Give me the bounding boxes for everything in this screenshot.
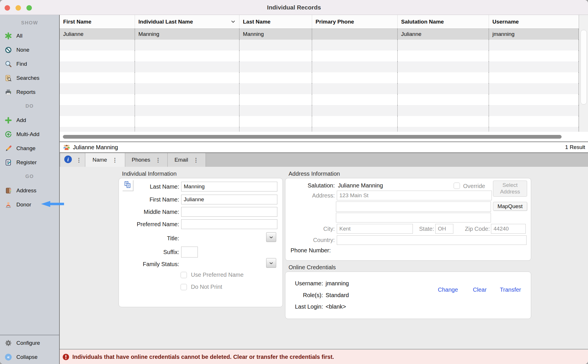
sidebar-item-add[interactable]: Add bbox=[0, 113, 59, 127]
horizontal-scrollbar[interactable] bbox=[60, 132, 588, 142]
column-header-first-name[interactable]: First Name bbox=[60, 15, 135, 28]
tab-label: Phones bbox=[132, 157, 150, 163]
tab-menu-dots-icon[interactable]: ⋮ bbox=[155, 157, 161, 163]
address-line3-field[interactable] bbox=[336, 213, 491, 222]
sidebar-item-address[interactable]: Address bbox=[0, 183, 59, 198]
title-dropdown[interactable] bbox=[266, 232, 276, 242]
sidebar-item-register[interactable]: Register bbox=[0, 155, 59, 169]
sidebar-item-label: Configure bbox=[16, 340, 40, 346]
all-icon bbox=[4, 32, 13, 40]
middle-name-label: Middle Name: bbox=[119, 209, 181, 215]
transfer-credentials-link[interactable]: Transfer bbox=[500, 286, 521, 293]
table-empty-row[interactable] bbox=[60, 127, 579, 132]
last-login-label: Last Login: bbox=[285, 303, 323, 310]
register-icon bbox=[4, 158, 13, 167]
alert-icon bbox=[63, 354, 69, 360]
tab-menu-dots-icon[interactable]: ⋮ bbox=[193, 157, 199, 163]
sidebar-item-reports[interactable]: Reports bbox=[0, 85, 59, 99]
salutation-label: Salutation: bbox=[285, 182, 337, 189]
sidebar-item-label: Add bbox=[16, 117, 26, 123]
sidebar-section-go: GO bbox=[0, 169, 59, 183]
roles-label: Role(s): bbox=[285, 292, 323, 299]
family-status-dropdown[interactable] bbox=[266, 258, 276, 268]
override-checkbox[interactable] bbox=[454, 183, 460, 189]
override-label: Override bbox=[463, 183, 485, 189]
do-not-print-checkbox[interactable] bbox=[181, 284, 187, 290]
sidebar-item-find[interactable]: Find bbox=[0, 57, 59, 71]
table-empty-row[interactable] bbox=[60, 40, 579, 51]
sidebar-item-all[interactable]: All bbox=[0, 29, 59, 43]
table-empty-row[interactable] bbox=[60, 116, 579, 127]
vertical-scrollbar[interactable] bbox=[579, 15, 588, 132]
preferred-name-field[interactable] bbox=[181, 219, 277, 229]
tab-info[interactable]: i ⋮ bbox=[60, 153, 85, 167]
column-header-salutation-name[interactable]: Salutation Name bbox=[398, 15, 489, 28]
configure-icon bbox=[4, 339, 13, 347]
sidebar-item-none[interactable]: None bbox=[0, 43, 59, 57]
table-empty-row[interactable] bbox=[60, 61, 579, 72]
tab-label: Email bbox=[175, 157, 188, 163]
address-line1-field[interactable] bbox=[337, 191, 492, 200]
tab-menu-dots-icon[interactable]: ⋮ bbox=[112, 157, 118, 163]
zip-code-field[interactable] bbox=[491, 224, 526, 234]
do-not-print-row: Do Not Print bbox=[181, 284, 222, 290]
table-empty-row[interactable] bbox=[60, 94, 579, 105]
tab-strip: i ⋮ Name ⋮ Phones ⋮ Email ⋮ bbox=[60, 153, 588, 167]
tab-phones[interactable]: Phones ⋮ bbox=[125, 153, 168, 167]
column-header-primary-phone[interactable]: Primary Phone bbox=[312, 15, 398, 28]
select-address-button[interactable]: Select Address bbox=[493, 181, 527, 197]
table-row-selected[interactable]: Julianne Manning Manning Julianne jmanni… bbox=[60, 29, 579, 40]
country-field[interactable] bbox=[337, 235, 527, 245]
sidebar-item-configure[interactable]: Configure bbox=[0, 336, 59, 350]
tab-menu-dots-icon[interactable]: ⋮ bbox=[76, 157, 82, 163]
tab-email[interactable]: Email ⋮ bbox=[168, 153, 206, 167]
sort-chevron-down-icon[interactable] bbox=[231, 20, 235, 23]
alert-bar: Individuals that have online credentials… bbox=[60, 350, 588, 364]
sidebar-item-change[interactable]: Change bbox=[0, 141, 59, 155]
table-header: First Name Individual Last Name Last Nam… bbox=[60, 15, 579, 29]
sidebar-item-label: Find bbox=[16, 61, 27, 67]
address-information-title: Address Information bbox=[289, 171, 340, 177]
table-empty-row[interactable] bbox=[60, 72, 579, 83]
table-empty-row[interactable] bbox=[60, 83, 579, 94]
first-name-field[interactable] bbox=[181, 195, 277, 204]
column-header-last-name[interactable]: Last Name bbox=[239, 15, 312, 28]
address-information-panel: Salutation: Julianne Manning Override Se… bbox=[285, 178, 531, 261]
use-preferred-name-checkbox[interactable] bbox=[181, 272, 187, 278]
sidebar-item-label: All bbox=[16, 33, 22, 39]
family-status-label: Family Status: bbox=[119, 261, 181, 268]
column-header-individual-last-name[interactable]: Individual Last Name bbox=[135, 15, 239, 28]
city-field[interactable] bbox=[337, 224, 413, 234]
sidebar-section-show: SHOW bbox=[0, 17, 59, 29]
last-name-field[interactable] bbox=[181, 182, 277, 191]
change-credentials-link[interactable]: Change bbox=[438, 286, 458, 293]
add-icon bbox=[4, 116, 13, 125]
last-name-label: Last Name: bbox=[119, 183, 181, 190]
roles-value: Standard bbox=[326, 292, 349, 299]
state-field[interactable] bbox=[435, 224, 453, 234]
main-area: First Name Individual Last Name Last Nam… bbox=[60, 15, 588, 364]
state-label: State: bbox=[413, 226, 434, 232]
suffix-field[interactable] bbox=[181, 247, 198, 257]
horizontal-scrollbar-thumb[interactable] bbox=[63, 135, 562, 139]
clear-credentials-link[interactable]: Clear bbox=[473, 286, 487, 293]
individual-information-panel: Last Name: First Name: Middle Name: Pref… bbox=[119, 178, 283, 307]
column-header-username[interactable]: Username bbox=[489, 15, 579, 28]
sidebar-item-collapse[interactable]: « Collapse bbox=[0, 350, 59, 364]
sidebar: SHOW All None Find Searches Reports bbox=[0, 15, 60, 364]
sidebar-item-searches[interactable]: Searches bbox=[0, 71, 59, 85]
middle-name-field[interactable] bbox=[181, 207, 277, 217]
mapquest-button[interactable]: MapQuest bbox=[493, 202, 527, 211]
sidebar-item-multi-add[interactable]: Multi-Add bbox=[0, 127, 59, 141]
table-empty-row[interactable] bbox=[60, 105, 579, 116]
table-empty-row[interactable] bbox=[60, 51, 579, 61]
address-line2-field[interactable] bbox=[336, 202, 491, 212]
change-icon bbox=[4, 144, 13, 153]
vertical-scrollbar-thumb[interactable] bbox=[581, 30, 587, 104]
last-login-value: <blank> bbox=[326, 303, 346, 310]
table-body: Julianne Manning Manning Julianne jmanni… bbox=[60, 29, 579, 132]
city-label: City: bbox=[285, 226, 337, 232]
tab-name[interactable]: Name ⋮ bbox=[85, 153, 125, 167]
salutation-value: Julianne Manning bbox=[338, 182, 383, 189]
record-name: Julianne Manning bbox=[73, 144, 118, 151]
